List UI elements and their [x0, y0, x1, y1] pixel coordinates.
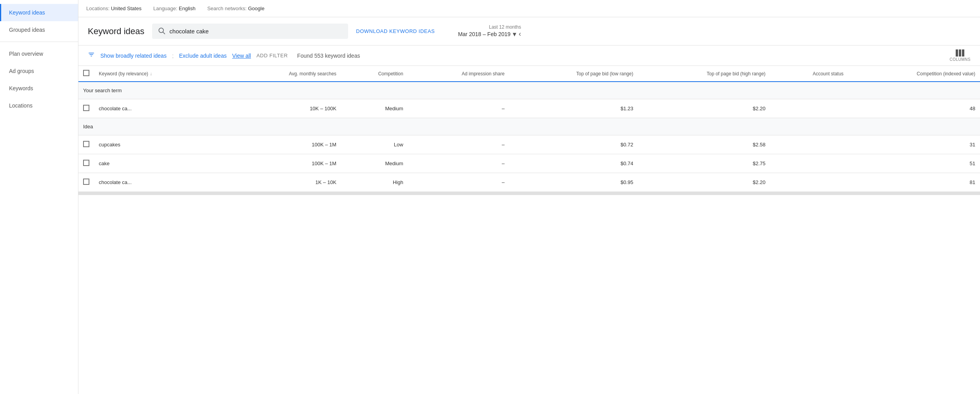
date-range-picker[interactable]: Mar 2018 – Feb 2019 ▾ ‹ [458, 30, 521, 38]
content-area: Keyword ideas DOWNLOAD KEYWORD IDEAS Las… [78, 17, 980, 394]
chevron-down-icon[interactable]: ▾ [513, 30, 516, 38]
avg-monthly-cell: 100K – 1M [231, 154, 341, 173]
page-title: Keyword ideas [88, 26, 144, 36]
th-competition-indexed[interactable]: Competition (indexed value) [848, 66, 980, 82]
competition-cell: Medium [341, 99, 408, 118]
competition-cell: Low [341, 135, 408, 154]
date-range-text: Mar 2018 – Feb 2019 [458, 31, 510, 37]
sidebar-item-keyword-ideas[interactable]: Keyword ideas [0, 4, 78, 21]
row-checkbox-cell[interactable] [78, 154, 94, 173]
account-status-cell [770, 154, 848, 173]
table-header-row: Keyword (by relevance) ↓ Avg. monthly se… [78, 66, 980, 82]
filter-separator: ; [172, 53, 174, 59]
row-checkbox-cell[interactable] [78, 135, 94, 154]
competition-indexed-cell: 31 [848, 135, 980, 154]
topbar-language: Language: English [153, 5, 196, 11]
competition-cell: Medium [341, 154, 408, 173]
view-all-link[interactable]: View all [232, 53, 251, 59]
avg-monthly-cell: 1K – 10K [231, 173, 341, 192]
columns-label: COLUMNS [949, 57, 971, 62]
columns-icon [956, 49, 964, 57]
top-bid-high-cell: $2.20 [638, 99, 770, 118]
search-box[interactable] [152, 24, 348, 39]
table-row[interactable]: cupcakes100K – 1MLow–$0.72$2.5831 [78, 135, 980, 154]
keyword-cell: cupcakes [94, 135, 231, 154]
row-checkbox[interactable] [83, 105, 89, 111]
th-avg-monthly[interactable]: Avg. monthly searches [231, 66, 341, 82]
sidebar-item-keywords[interactable]: Keywords [0, 80, 78, 97]
table-section-row: Idea [78, 118, 980, 135]
competition-indexed-cell: 48 [848, 99, 980, 118]
sidebar: Keyword ideas Grouped ideas Plan overvie… [0, 0, 78, 394]
horizontal-scrollbar[interactable] [78, 192, 980, 195]
header-row: Keyword ideas DOWNLOAD KEYWORD IDEAS Las… [78, 17, 980, 46]
table-row[interactable]: cake100K – 1MMedium–$0.74$2.7551 [78, 154, 980, 173]
ad-impression-cell: – [408, 173, 509, 192]
back-arrow-icon[interactable]: ‹ [519, 30, 521, 38]
topbar-network: Search networks: Google [207, 5, 265, 11]
row-checkbox[interactable] [83, 179, 89, 185]
top-bid-low-cell: $0.74 [509, 154, 638, 173]
keyword-cell: chocolate ca... [94, 99, 231, 118]
account-status-cell [770, 99, 848, 118]
row-checkbox[interactable] [83, 141, 89, 147]
sort-arrow-icon: ↓ [150, 71, 152, 77]
avg-monthly-cell: 10K – 100K [231, 99, 341, 118]
sidebar-item-plan-overview[interactable]: Plan overview [0, 45, 78, 62]
th-checkbox[interactable] [78, 66, 94, 82]
filter-row: Show broadly related ideas ; Exclude adu… [78, 46, 980, 66]
svg-line-1 [163, 32, 165, 34]
found-count: Found 553 keyword ideas [297, 53, 360, 59]
table-row[interactable]: chocolate ca...10K – 100KMedium–$1.23$2.… [78, 99, 980, 118]
row-checkbox-cell[interactable] [78, 99, 94, 118]
th-top-bid-high[interactable]: Top of page bid (high range) [638, 66, 770, 82]
table-section-row: Your search term [78, 82, 980, 99]
table-row[interactable]: chocolate ca...1K – 10KHigh–$0.95$2.2081 [78, 173, 980, 192]
sidebar-item-locations[interactable]: Locations [0, 97, 78, 114]
topbar: ◀ Locations: United States Language: Eng… [78, 0, 980, 17]
top-bid-low-cell: $0.72 [509, 135, 638, 154]
avg-monthly-cell: 100K – 1M [231, 135, 341, 154]
filter-icon [88, 51, 95, 60]
main-content: ◀ Locations: United States Language: Eng… [78, 0, 980, 394]
top-bid-high-cell: $2.75 [638, 154, 770, 173]
sidebar-item-ad-groups[interactable]: Ad groups [0, 62, 78, 80]
topbar-location: Locations: United States [86, 5, 142, 11]
th-ad-impression[interactable]: Ad impression share [408, 66, 509, 82]
table-body: Your search termchocolate ca...10K – 100… [78, 82, 980, 192]
show-related-ideas-link[interactable]: Show broadly related ideas [100, 53, 167, 59]
add-filter-button[interactable]: ADD FILTER [256, 53, 288, 58]
ad-impression-cell: – [408, 154, 509, 173]
th-top-bid-low[interactable]: Top of page bid (low range) [509, 66, 638, 82]
competition-cell: High [341, 173, 408, 192]
account-status-cell [770, 135, 848, 154]
top-bid-low-cell: $1.23 [509, 99, 638, 118]
download-keyword-ideas-button[interactable]: DOWNLOAD KEYWORD IDEAS [356, 28, 435, 34]
ad-impression-cell: – [408, 135, 509, 154]
keyword-cell: chocolate ca... [94, 173, 231, 192]
row-checkbox[interactable] [83, 160, 89, 166]
th-keyword[interactable]: Keyword (by relevance) ↓ [94, 66, 231, 82]
date-range-section: Last 12 months Mar 2018 – Feb 2019 ▾ ‹ [443, 24, 521, 38]
top-bid-high-cell: $2.58 [638, 135, 770, 154]
search-input[interactable] [169, 28, 343, 35]
select-all-checkbox[interactable] [83, 70, 89, 76]
top-bid-high-cell: $2.20 [638, 173, 770, 192]
th-competition[interactable]: Competition [341, 66, 408, 82]
th-account-status[interactable]: Account status [770, 66, 848, 82]
sidebar-item-grouped-ideas[interactable]: Grouped ideas [0, 21, 78, 38]
keyword-cell: cake [94, 154, 231, 173]
columns-button[interactable]: COLUMNS [949, 49, 971, 62]
row-checkbox-cell[interactable] [78, 173, 94, 192]
ad-impression-cell: – [408, 99, 509, 118]
sidebar-divider [0, 42, 78, 42]
top-bid-low-cell: $0.95 [509, 173, 638, 192]
competition-indexed-cell: 51 [848, 154, 980, 173]
keyword-table: Keyword (by relevance) ↓ Avg. monthly se… [78, 66, 980, 192]
account-status-cell [770, 173, 848, 192]
search-icon [158, 27, 165, 36]
date-label: Last 12 months [489, 24, 521, 30]
exclude-adult-ideas-link[interactable]: Exclude adult ideas [179, 53, 227, 59]
competition-indexed-cell: 81 [848, 173, 980, 192]
